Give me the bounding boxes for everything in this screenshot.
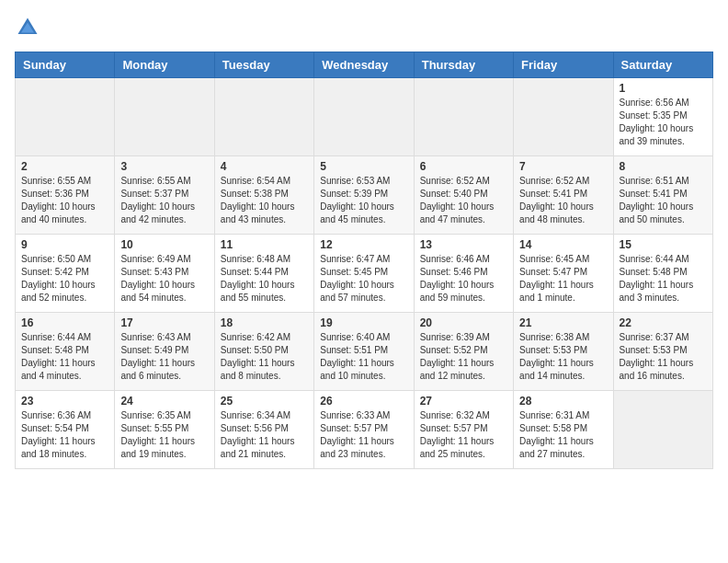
calendar-cell: 27Sunrise: 6:32 AM Sunset: 5:57 PM Dayli… [414,391,513,469]
logo-icon [15,15,40,40]
calendar-cell [514,78,613,156]
calendar-cell: 5Sunrise: 6:53 AM Sunset: 5:39 PM Daylig… [314,156,414,235]
column-header-friday: Friday [514,52,613,78]
column-header-sunday: Sunday [16,52,115,78]
calendar-cell: 7Sunrise: 6:52 AM Sunset: 5:41 PM Daylig… [514,156,613,235]
column-header-monday: Monday [115,52,214,78]
calendar-cell: 18Sunrise: 6:42 AM Sunset: 5:50 PM Dayli… [214,313,313,391]
calendar-cell: 13Sunrise: 6:46 AM Sunset: 5:46 PM Dayli… [414,235,513,313]
day-info: Sunrise: 6:44 AM Sunset: 5:48 PM Dayligh… [620,253,707,304]
calendar-cell: 1Sunrise: 6:56 AM Sunset: 5:35 PM Daylig… [613,78,712,156]
calendar-cell: 3Sunrise: 6:55 AM Sunset: 5:37 PM Daylig… [115,156,214,235]
calendar-cell: 12Sunrise: 6:47 AM Sunset: 5:45 PM Dayli… [314,235,414,313]
day-number: 4 [221,160,308,173]
day-number: 16 [21,316,108,329]
day-number: 18 [221,316,308,329]
day-info: Sunrise: 6:49 AM Sunset: 5:43 PM Dayligh… [120,253,208,304]
day-info: Sunrise: 6:39 AM Sunset: 5:52 PM Dayligh… [420,331,507,383]
calendar-cell: 15Sunrise: 6:44 AM Sunset: 5:48 PM Dayli… [613,235,712,313]
logo [15,15,44,40]
day-number: 25 [221,395,308,408]
column-header-thursday: Thursday [414,52,513,78]
day-info: Sunrise: 6:43 AM Sunset: 5:49 PM Dayligh… [120,331,208,383]
day-info: Sunrise: 6:36 AM Sunset: 5:54 PM Dayligh… [21,409,108,461]
day-number: 19 [320,316,407,329]
day-number: 11 [221,238,308,251]
day-number: 5 [320,160,407,173]
day-info: Sunrise: 6:45 AM Sunset: 5:47 PM Dayligh… [519,253,607,304]
day-number: 24 [120,395,208,408]
calendar-cell [115,78,214,156]
day-number: 26 [320,395,407,408]
calendar-cell [214,78,313,156]
calendar-week-2: 2Sunrise: 6:55 AM Sunset: 5:36 PM Daylig… [16,156,713,235]
day-number: 13 [420,238,507,251]
day-number: 12 [320,238,407,251]
day-number: 15 [620,238,707,251]
calendar-cell [16,78,115,156]
calendar-cell: 26Sunrise: 6:33 AM Sunset: 5:57 PM Dayli… [314,391,414,469]
calendar-week-5: 23Sunrise: 6:36 AM Sunset: 5:54 PM Dayli… [16,391,713,469]
day-number: 9 [21,238,108,251]
day-info: Sunrise: 6:55 AM Sunset: 5:36 PM Dayligh… [21,175,108,226]
day-info: Sunrise: 6:52 AM Sunset: 5:40 PM Dayligh… [420,175,507,226]
calendar-cell: 11Sunrise: 6:48 AM Sunset: 5:44 PM Dayli… [214,235,313,313]
day-info: Sunrise: 6:32 AM Sunset: 5:57 PM Dayligh… [420,409,507,461]
day-number: 14 [519,238,607,251]
day-info: Sunrise: 6:44 AM Sunset: 5:48 PM Dayligh… [21,331,108,383]
day-info: Sunrise: 6:55 AM Sunset: 5:37 PM Dayligh… [120,175,208,226]
day-info: Sunrise: 6:40 AM Sunset: 5:51 PM Dayligh… [320,331,407,383]
column-header-wednesday: Wednesday [314,52,414,78]
calendar-cell: 6Sunrise: 6:52 AM Sunset: 5:40 PM Daylig… [414,156,513,235]
calendar-week-1: 1Sunrise: 6:56 AM Sunset: 5:35 PM Daylig… [16,78,713,156]
column-header-saturday: Saturday [613,52,712,78]
day-info: Sunrise: 6:56 AM Sunset: 5:35 PM Dayligh… [620,97,707,148]
calendar-cell: 9Sunrise: 6:50 AM Sunset: 5:42 PM Daylig… [16,235,115,313]
calendar-cell: 28Sunrise: 6:31 AM Sunset: 5:58 PM Dayli… [514,391,613,469]
calendar-cell: 19Sunrise: 6:40 AM Sunset: 5:51 PM Dayli… [314,313,414,391]
day-number: 23 [21,395,108,408]
day-number: 7 [519,160,607,173]
column-header-tuesday: Tuesday [214,52,313,78]
day-info: Sunrise: 6:52 AM Sunset: 5:41 PM Dayligh… [519,175,607,226]
day-number: 10 [120,238,208,251]
day-number: 21 [519,316,607,329]
day-number: 3 [120,160,208,173]
calendar-cell [414,78,513,156]
calendar-cell: 2Sunrise: 6:55 AM Sunset: 5:36 PM Daylig… [16,156,115,235]
day-info: Sunrise: 6:51 AM Sunset: 5:41 PM Dayligh… [620,175,707,226]
calendar-cell [314,78,414,156]
calendar-week-3: 9Sunrise: 6:50 AM Sunset: 5:42 PM Daylig… [16,235,713,313]
calendar-cell [613,391,712,469]
day-number: 20 [420,316,507,329]
day-info: Sunrise: 6:31 AM Sunset: 5:58 PM Dayligh… [519,409,607,461]
calendar-cell: 16Sunrise: 6:44 AM Sunset: 5:48 PM Dayli… [16,313,115,391]
calendar-cell: 10Sunrise: 6:49 AM Sunset: 5:43 PM Dayli… [115,235,214,313]
calendar-week-4: 16Sunrise: 6:44 AM Sunset: 5:48 PM Dayli… [16,313,713,391]
day-info: Sunrise: 6:33 AM Sunset: 5:57 PM Dayligh… [320,409,407,461]
day-info: Sunrise: 6:42 AM Sunset: 5:50 PM Dayligh… [221,331,308,383]
calendar-cell: 25Sunrise: 6:34 AM Sunset: 5:56 PM Dayli… [214,391,313,469]
day-number: 1 [620,82,707,95]
day-info: Sunrise: 6:50 AM Sunset: 5:42 PM Dayligh… [21,253,108,304]
page-header [15,15,713,40]
calendar-header-row: SundayMondayTuesdayWednesdayThursdayFrid… [16,52,713,78]
day-number: 22 [620,316,707,329]
day-number: 17 [120,316,208,329]
calendar-cell: 21Sunrise: 6:38 AM Sunset: 5:53 PM Dayli… [514,313,613,391]
day-info: Sunrise: 6:48 AM Sunset: 5:44 PM Dayligh… [221,253,308,304]
calendar-cell: 23Sunrise: 6:36 AM Sunset: 5:54 PM Dayli… [16,391,115,469]
day-info: Sunrise: 6:54 AM Sunset: 5:38 PM Dayligh… [221,175,308,226]
calendar-cell: 22Sunrise: 6:37 AM Sunset: 5:53 PM Dayli… [613,313,712,391]
day-number: 8 [620,160,707,173]
day-info: Sunrise: 6:34 AM Sunset: 5:56 PM Dayligh… [221,409,308,461]
calendar-cell: 4Sunrise: 6:54 AM Sunset: 5:38 PM Daylig… [214,156,313,235]
day-number: 2 [21,160,108,173]
day-number: 27 [420,395,507,408]
calendar-cell: 8Sunrise: 6:51 AM Sunset: 5:41 PM Daylig… [613,156,712,235]
day-info: Sunrise: 6:46 AM Sunset: 5:46 PM Dayligh… [420,253,507,304]
calendar-cell: 17Sunrise: 6:43 AM Sunset: 5:49 PM Dayli… [115,313,214,391]
day-info: Sunrise: 6:47 AM Sunset: 5:45 PM Dayligh… [320,253,407,304]
day-info: Sunrise: 6:35 AM Sunset: 5:55 PM Dayligh… [120,409,208,461]
day-info: Sunrise: 6:37 AM Sunset: 5:53 PM Dayligh… [620,331,707,383]
